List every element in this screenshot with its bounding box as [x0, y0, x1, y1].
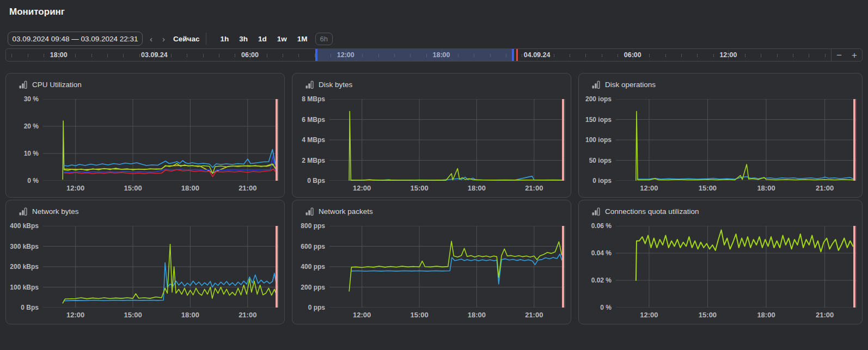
- x-axis-label: 12:00: [353, 184, 371, 192]
- prev-range-button[interactable]: ‹: [147, 34, 155, 44]
- chart-plot-area[interactable]: [329, 226, 565, 308]
- chevron-right-icon: ›: [162, 34, 165, 44]
- charts-grid: CPU Utilization30 %20 %10 %0 %12:0015:00…: [5, 73, 863, 324]
- timeline-tick: [267, 54, 267, 57]
- chart-header: Disk bytes: [292, 73, 571, 89]
- bar-chart-icon: [305, 207, 314, 216]
- y-axis-label: 0.02 %: [591, 277, 612, 284]
- zoom-out-button[interactable]: −: [834, 51, 844, 60]
- now-button[interactable]: Сейчас: [173, 35, 199, 43]
- chart-svg: [329, 99, 565, 181]
- now-marker: [853, 226, 855, 308]
- x-axis: 12:0015:0018:0021:00: [43, 184, 279, 193]
- chart-card-disk-bytes: Disk bytes8 MBps6 MBps4 MBps2 MBps0 Bps1…: [292, 73, 571, 198]
- preset-1h[interactable]: 1h: [220, 35, 229, 43]
- x-axis-label: 12:00: [353, 311, 371, 319]
- y-axis: 8 MBps6 MBps4 MBps2 MBps0 Bps: [300, 99, 325, 181]
- chart-plot-area[interactable]: [616, 226, 857, 308]
- x-axis-label: 21:00: [525, 184, 543, 192]
- chart-card-network-packets: Network packets800 pps600 pps400 pps200 …: [292, 200, 571, 324]
- chart-card-cpu-utilization: CPU Utilization30 %20 %10 %0 %12:0015:00…: [5, 73, 285, 198]
- y-axis-label: 150 iops: [585, 116, 612, 124]
- timeline-tick: [298, 54, 299, 57]
- chart-header: Network packets: [292, 200, 571, 216]
- bar-chart-icon: [19, 81, 27, 89]
- y-axis: 800 pps600 pps400 pps200 pps0 pps: [300, 226, 325, 308]
- x-axis-label: 18:00: [757, 311, 775, 319]
- timeline-label: 12:00: [719, 49, 737, 61]
- timeline-tick: [235, 54, 235, 57]
- preset-3h[interactable]: 3h: [239, 35, 248, 43]
- timeline[interactable]: 18:0003.09.2406:0012:0018:0004.09.2406:0…: [5, 48, 863, 62]
- preset-6h-selected[interactable]: 6h: [315, 33, 333, 45]
- date-range-input[interactable]: 03.09.2024 09:48 — 03.09.2024 22:31: [8, 32, 143, 46]
- timeline-tick: [107, 54, 108, 57]
- y-axis-label: 8 MBps: [302, 95, 325, 103]
- chart-header: Network bytes: [6, 200, 284, 216]
- chart-card-connections-quota-utilization: Connections quota utilization0.06 %0.04 …: [578, 200, 863, 324]
- now-marker: [562, 226, 564, 308]
- chart-header: CPU Utilization: [6, 73, 284, 89]
- timeline-tick: [649, 54, 650, 57]
- y-axis-label: 50 iops: [589, 157, 612, 164]
- minus-icon: −: [836, 50, 842, 60]
- x-axis: 12:0015:0018:0021:00: [616, 184, 857, 193]
- chart-plot-area[interactable]: [43, 99, 279, 181]
- preset-1d[interactable]: 1d: [258, 35, 267, 43]
- timeline-tick: [187, 54, 187, 57]
- x-axis-label: 21:00: [816, 311, 834, 319]
- y-axis-label: 30 %: [24, 95, 39, 103]
- timeline-label: 06:00: [241, 49, 259, 61]
- timeline-tick: [713, 54, 714, 57]
- timeline-tick: [554, 54, 554, 57]
- next-range-button[interactable]: ›: [160, 34, 168, 44]
- series-line-blue: [64, 150, 276, 168]
- y-axis-label: 0 Bps: [307, 177, 325, 185]
- x-axis: 12:0015:0018:0021:00: [329, 311, 565, 320]
- preset-1M[interactable]: 1M: [297, 35, 308, 43]
- timeline-tick: [809, 54, 809, 57]
- chart-plot-area[interactable]: [616, 99, 857, 181]
- y-axis-label: 0 %: [27, 177, 39, 185]
- timeline-tick: [665, 54, 666, 57]
- zoom-in-button[interactable]: +: [849, 51, 859, 60]
- y-axis: 400 kBps300 kBps200 kBps100 kBps0 Bps: [14, 226, 39, 308]
- timeline-selection[interactable]: [316, 49, 513, 61]
- x-axis-label: 21:00: [239, 184, 256, 192]
- x-axis-label: 12:00: [640, 311, 658, 319]
- series-line-blue: [351, 254, 561, 284]
- chart-plot-area[interactable]: [329, 99, 565, 181]
- y-axis-label: 0.04 %: [591, 249, 612, 257]
- timeline-strip[interactable]: 18:0003.09.2406:0012:0018:0004.09.2406:0…: [6, 49, 831, 61]
- x-axis: 12:0015:0018:0021:00: [329, 184, 565, 193]
- selection-start-handle[interactable]: [315, 49, 317, 61]
- timeline-tick: [618, 54, 618, 57]
- y-axis: 30 %20 %10 %0 %: [14, 99, 39, 181]
- timeline-tick: [219, 54, 219, 57]
- x-axis-label: 18:00: [468, 311, 486, 319]
- plus-icon: +: [852, 50, 857, 60]
- chart-title: Network packets: [319, 207, 373, 216]
- timeline-label: 06:00: [624, 49, 641, 61]
- timeline-label: 04.09.24: [524, 49, 551, 61]
- bar-chart-icon: [592, 207, 600, 216]
- series-line-green: [349, 112, 561, 181]
- x-axis-label: 12:00: [640, 184, 658, 192]
- timeline-zoom-controls: − +: [831, 49, 862, 61]
- y-axis-label: 600 pps: [301, 243, 325, 250]
- timeline-tick: [761, 54, 761, 57]
- timeline-tick: [171, 54, 172, 57]
- y-axis-label: 0 Bps: [21, 304, 39, 311]
- selection-end-handle[interactable]: [512, 49, 514, 61]
- bar-chart-icon: [592, 81, 600, 89]
- y-axis-label: 200 pps: [301, 284, 325, 291]
- x-axis-label: 15:00: [410, 184, 428, 192]
- x-axis-label: 15:00: [699, 184, 717, 192]
- timeline-tick: [745, 54, 745, 57]
- x-axis-label: 18:00: [181, 311, 199, 319]
- timeline-tick: [283, 54, 283, 57]
- preset-1w[interactable]: 1w: [277, 35, 287, 43]
- timeline-tick: [697, 54, 698, 57]
- series-line-green: [349, 241, 561, 291]
- chart-plot-area[interactable]: [43, 226, 279, 308]
